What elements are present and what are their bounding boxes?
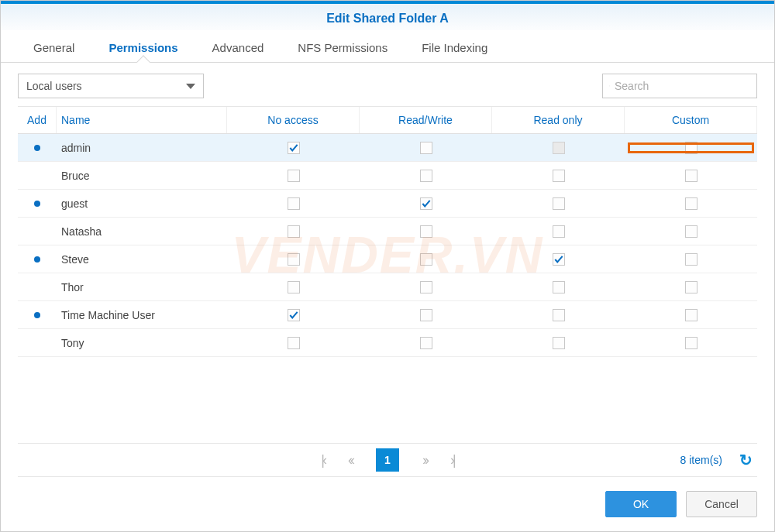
cell-name: Time Machine User — [57, 309, 227, 321]
search-input[interactable] — [615, 80, 750, 92]
table-row[interactable]: Natasha — [18, 218, 757, 245]
bullet-icon — [34, 256, 40, 263]
table-row[interactable]: Bruce — [18, 162, 757, 190]
header-read-only[interactable]: Read only — [492, 107, 625, 133]
checkbox-no-access[interactable] — [288, 170, 300, 182]
table-row[interactable]: admin — [18, 134, 757, 162]
cell-name: Bruce — [57, 170, 227, 182]
bullet-icon — [34, 201, 40, 207]
cell-name: Steve — [57, 253, 227, 266]
cancel-button[interactable]: Cancel — [686, 491, 757, 517]
header-read-write[interactable]: Read/Write — [360, 107, 492, 133]
checkbox-read-write[interactable] — [420, 309, 432, 321]
header-name[interactable]: Name — [57, 107, 227, 133]
dialog-footer: OK Cancel — [1, 477, 774, 531]
checkbox-no-access[interactable] — [288, 225, 300, 238]
dialog-title: Edit Shared Folder A — [1, 1, 774, 30]
checkbox-read-only[interactable] — [553, 309, 565, 321]
prev-page-button[interactable]: ‹‹ — [348, 452, 353, 469]
table-body: adminBruceguestNatashaSteveThorTime Mach… — [18, 134, 757, 443]
checkbox-no-access[interactable] — [288, 309, 300, 321]
checkbox-read-only[interactable] — [553, 281, 565, 293]
bullet-icon — [34, 145, 40, 151]
tab-file-indexing[interactable]: File Indexing — [405, 33, 505, 62]
checkbox-custom[interactable] — [685, 225, 698, 238]
table-header: Add Name No access Read/Write Read only … — [18, 106, 757, 134]
checkbox-custom[interactable] — [685, 253, 698, 266]
checkbox-read-write[interactable] — [420, 253, 432, 266]
cell-name: guest — [57, 197, 227, 210]
checkbox-read-only[interactable] — [553, 337, 565, 349]
checkbox-custom[interactable] — [685, 337, 698, 349]
tab-nfs-permissions[interactable]: NFS Permissions — [281, 33, 405, 62]
current-page[interactable]: 1 — [376, 448, 399, 472]
checkbox-read-write[interactable] — [420, 142, 432, 154]
pager-controls: |‹ ‹‹ 1 ›› ›| — [18, 448, 757, 472]
checkbox-read-write[interactable] — [420, 197, 432, 210]
header-add[interactable]: Add — [18, 107, 57, 133]
tab-general[interactable]: General — [16, 33, 91, 62]
table-row[interactable]: Tony — [18, 329, 757, 357]
ok-button[interactable]: OK — [605, 491, 677, 517]
search-box[interactable] — [602, 74, 757, 98]
checkbox-read-write[interactable] — [420, 225, 432, 238]
dialog-edit-shared-folder: Edit Shared Folder A GeneralPermissionsA… — [0, 0, 775, 532]
checkbox-read-write[interactable] — [420, 170, 432, 182]
checkbox-no-access[interactable] — [288, 337, 300, 349]
checkbox-no-access[interactable] — [288, 281, 300, 293]
permissions-table: Add Name No access Read/Write Read only … — [18, 106, 757, 443]
tab-permissions[interactable]: Permissions — [91, 33, 195, 62]
table-row[interactable]: Time Machine User — [18, 301, 757, 329]
checkbox-read-only — [553, 142, 565, 154]
tab-advanced[interactable]: Advanced — [195, 33, 281, 62]
checkbox-read-write[interactable] — [420, 281, 432, 293]
toolbar: Local users — [1, 63, 774, 106]
tab-bar: GeneralPermissionsAdvancedNFS Permission… — [1, 33, 774, 63]
table-row[interactable]: Thor — [18, 273, 757, 301]
checkbox-no-access[interactable] — [288, 142, 300, 154]
refresh-icon[interactable]: ↻ — [739, 451, 753, 469]
chevron-down-icon — [186, 84, 195, 89]
item-count: 8 item(s) — [680, 454, 722, 466]
checkbox-no-access[interactable] — [288, 253, 300, 266]
checkbox-custom[interactable] — [685, 309, 698, 321]
header-no-access[interactable]: No access — [227, 107, 360, 133]
cell-name: Tony — [57, 337, 227, 349]
cell-name: Natasha — [57, 225, 227, 238]
table-row[interactable]: Steve — [18, 245, 757, 273]
header-custom[interactable]: Custom — [625, 107, 757, 133]
checkbox-read-only[interactable] — [553, 170, 565, 182]
cell-name: Thor — [57, 281, 227, 293]
checkbox-custom[interactable] — [685, 142, 698, 154]
checkbox-custom[interactable] — [685, 170, 698, 182]
cell-name: admin — [57, 142, 227, 154]
pager: |‹ ‹‹ 1 ›› ›| 8 item(s) ↻ — [18, 443, 757, 477]
bullet-icon — [34, 312, 40, 318]
checkbox-read-only[interactable] — [553, 197, 565, 210]
checkbox-custom[interactable] — [685, 281, 698, 293]
checkbox-read-write[interactable] — [420, 337, 432, 349]
first-page-button[interactable]: |‹ — [321, 452, 325, 469]
table-row[interactable]: guest — [18, 190, 757, 218]
last-page-button[interactable]: ›| — [450, 452, 454, 469]
next-page-button[interactable]: ›› — [422, 452, 427, 469]
user-scope-label: Local users — [26, 80, 82, 92]
checkbox-read-only[interactable] — [553, 225, 565, 238]
checkbox-custom[interactable] — [685, 197, 698, 210]
checkbox-read-only[interactable] — [553, 253, 565, 266]
filter-icon — [609, 81, 610, 91]
checkbox-no-access[interactable] — [288, 197, 300, 210]
user-scope-select[interactable]: Local users — [18, 74, 204, 98]
